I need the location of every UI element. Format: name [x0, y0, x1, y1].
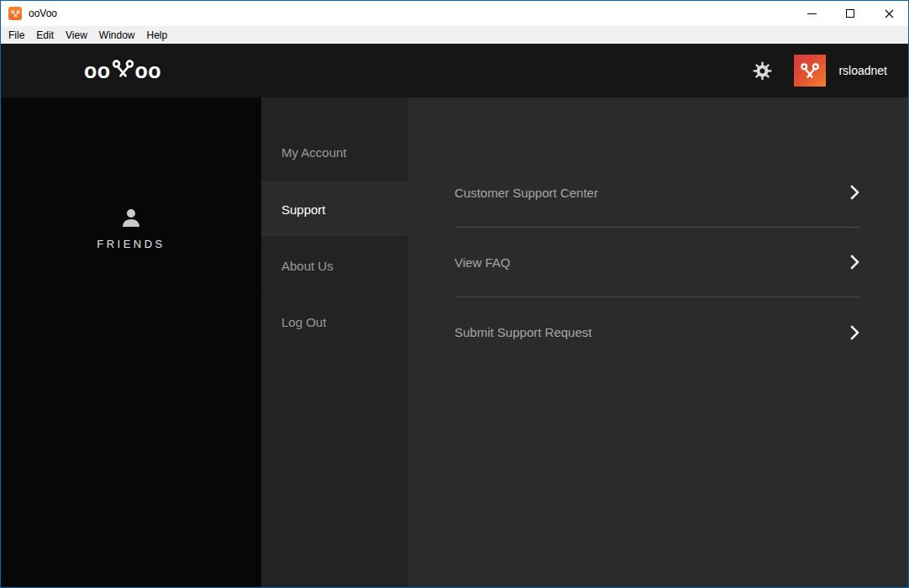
header-right: rsloadnet [753, 55, 887, 87]
nav-item-log-out[interactable]: Log Out [261, 293, 408, 349]
app-area: oo oo [1, 44, 908, 587]
gear-icon [753, 61, 772, 81]
settings-nav: My Account Support About Us Log Out [261, 97, 408, 587]
support-item-customer-support-center[interactable]: Customer Support Center [454, 158, 859, 228]
friends-label: FRIENDS [97, 238, 166, 250]
menu-help[interactable]: Help [141, 26, 174, 44]
settings-button[interactable] [753, 61, 772, 81]
support-item-label: Submit Support Request [454, 325, 591, 339]
nav-item-my-account[interactable]: My Account [261, 124, 408, 181]
titlebar: ooVoo [1, 1, 908, 26]
maximize-icon [846, 9, 854, 18]
sidebar: FRIENDS [1, 97, 261, 587]
app-body: FRIENDS My Account Support About Us Log … [1, 97, 908, 587]
close-button[interactable] [870, 1, 908, 26]
close-icon [885, 9, 894, 18]
username-label: rsloadnet [838, 64, 887, 77]
support-panel: Customer Support Center View FAQ Submit … [408, 97, 908, 587]
menu-window[interactable]: Window [93, 26, 141, 44]
menubar: File Edit View Window Help [1, 26, 908, 44]
sidebar-item-friends[interactable]: FRIENDS [97, 207, 166, 250]
person-icon [118, 207, 144, 230]
app-icon [8, 7, 22, 20]
nav-item-about-us[interactable]: About Us [261, 237, 408, 293]
logo-text-right: oo [135, 59, 162, 83]
oovoo-logo: oo oo [84, 59, 161, 83]
oovoo-window: ooVoo File Edit View Window Help oo [0, 0, 909, 588]
window-controls [792, 1, 908, 26]
menu-view[interactable]: View [60, 26, 93, 44]
support-item-label: Customer Support Center [454, 186, 598, 200]
support-item-label: View FAQ [454, 255, 510, 270]
nav-item-support[interactable]: Support [261, 181, 408, 237]
menu-file[interactable]: File [3, 26, 30, 44]
minimize-button[interactable] [792, 1, 831, 26]
chevron-right-icon [850, 185, 859, 200]
support-item-view-faq[interactable]: View FAQ [454, 228, 859, 297]
app-header: oo oo [1, 44, 908, 97]
menu-edit[interactable]: Edit [30, 26, 60, 44]
account-button[interactable]: rsloadnet [794, 55, 887, 87]
maximize-button[interactable] [831, 1, 870, 26]
chevron-right-icon [850, 255, 859, 270]
oovoo-v-icon [112, 60, 134, 78]
minimize-icon [807, 13, 817, 14]
logo-text-left: oo [84, 59, 111, 83]
window-title: ooVoo [29, 8, 57, 19]
support-item-submit-support-request[interactable]: Submit Support Request [454, 297, 859, 367]
chevron-right-icon [850, 325, 859, 340]
avatar [794, 55, 826, 87]
